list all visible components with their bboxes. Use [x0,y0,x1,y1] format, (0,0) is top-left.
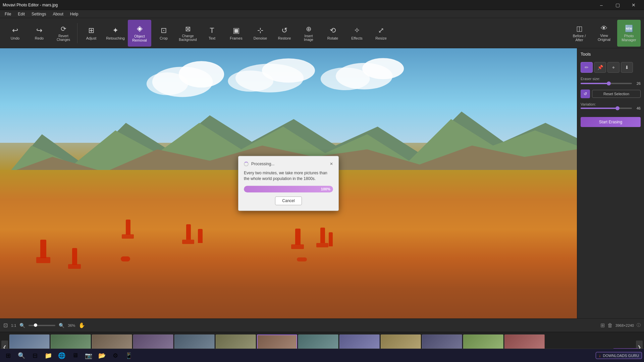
resize-icon: ⤢ [378,26,384,35]
nav-grid-icon[interactable]: ⊞ [600,322,605,328]
taskbar: ⊞ 🔍 ⊟ 📁 🌐 🖥 📷 📂 ⚙ 📱 ↓ DOWNLOADS GURU [0,349,644,362]
toolbar: ↩ Undo ↪ Redo ⟳ RevertChanges ⊞ Adjust ✦… [0,18,644,48]
effects-button[interactable]: ✧ Effects [345,20,369,47]
right-panel: Tools ✏ 📌 ⌖ ⬇ Eraser size: 26 ↺ Reset Se… [577,48,644,318]
menu-settings[interactable]: Settings [28,11,49,17]
eraser-size-section: Eraser size: 26 [581,77,641,85]
taskbar-settings-button[interactable]: ⚙ [109,350,121,362]
restore-button[interactable]: ↺ Restore [273,20,296,47]
progress-bar-container: 100% [244,186,333,192]
titlebar-controls: – ▢ ✕ [594,0,641,10]
separator-1 [77,23,77,43]
taskbar-search-button[interactable]: 🔍 [15,350,28,362]
taskbar-explorer-button[interactable]: 📁 [42,350,54,362]
dialog-close-button[interactable]: ✕ [330,162,333,166]
image-size: 3968×2240 [615,323,634,327]
red-figure-1 [40,240,46,258]
dialog-message: Every two minutes, we take more pictures… [244,170,333,182]
dialog-title-text: Processing... [251,162,274,166]
redo-button[interactable]: ↪ Redo [28,20,51,47]
variation-value: 46 [634,106,641,110]
dialog-cancel-button[interactable]: Cancel [275,196,302,205]
start-erasing-button[interactable]: Start Erasing [581,117,641,127]
variation-fill [581,108,618,109]
pin-tool-button[interactable]: 📌 [594,62,606,73]
taskbar-task-view-button[interactable]: ⊟ [29,350,41,362]
undo-button[interactable]: ↩ Undo [3,20,27,47]
eraser-size-thumb[interactable] [607,81,611,85]
panel-title: Tools [581,52,641,57]
lasso-tool-button[interactable]: ⌖ [607,62,620,73]
zoom-in-icon[interactable]: 🔍 [59,323,64,328]
reset-selection-row: ↺ Reset Selection [581,89,641,98]
status-nav: ⊞ 🗑 3968×2240 ⓘ [600,322,641,328]
taskbar-screen-button[interactable]: 🖥 [69,350,81,362]
menu-file[interactable]: File [1,11,14,17]
progress-bar-fill: 100% [244,186,333,192]
adjust-button[interactable]: ⊞ Adjust [79,20,103,47]
resize-button[interactable]: ⤢ Resize [369,20,393,47]
variation-track[interactable] [581,108,632,109]
dialog-title-bar: Processing... ✕ [244,162,333,166]
taskbar-start-button[interactable]: ⊞ [2,350,14,362]
retouching-button[interactable]: ✦ Retouching [104,20,127,47]
minimize-button[interactable]: – [594,0,609,10]
variation-section: Variation: 46 [581,102,641,110]
progress-text: 100% [321,187,330,191]
ads-text: DOWNLOADS GURU [603,354,639,358]
crop-button[interactable]: ⊡ Crop [152,20,175,47]
hand-tool-icon[interactable]: ✋ [78,322,85,328]
red-figure-6 [198,229,203,243]
processing-dialog: Processing... ✕ Every two minutes, we ta… [238,156,339,211]
object-removal-button[interactable]: ◈ ObjectRemoval [128,20,151,47]
before-after-button[interactable]: ◫ Before /After [568,20,591,47]
reset-selection-icon-button[interactable]: ↺ [581,89,590,98]
ratio-label: 1:1 [11,323,16,327]
maximize-button[interactable]: ▢ [610,0,625,10]
eraser-size-label: Eraser size: [581,77,641,81]
download-tool-button[interactable]: ⬇ [621,62,633,73]
delete-photo-icon[interactable]: 🗑 [607,322,613,328]
red-figure-9b [316,243,328,247]
taskbar-photos-button[interactable]: 📷 [83,350,95,362]
variation-label: Variation: [581,102,641,106]
menu-about[interactable]: About [49,11,66,17]
zoom-slider[interactable] [29,325,55,326]
retouching-icon: ✦ [112,26,118,35]
panel-tools-row: ✏ 📌 ⌖ ⬇ [581,62,641,73]
revert-changes-button[interactable]: ⟳ RevertChanges [52,20,75,47]
change-background-button[interactable]: ⊠ ChangeBackground [176,20,200,47]
revert-icon: ⟳ [61,25,66,33]
zoom-level: 36% [68,323,75,327]
insert-image-icon: ⊕ [306,25,312,33]
zoom-out-icon[interactable]: 🔍 [19,323,25,328]
variation-slider-row: 46 [581,106,641,110]
photo-background: Processing... ✕ Every two minutes, we ta… [0,48,577,318]
rotate-button[interactable]: ⟲ Rotate [321,20,344,47]
processing-spinner [244,162,249,166]
eraser-size-track[interactable] [581,83,632,84]
taskbar-mobile-button[interactable]: 📱 [123,350,135,362]
frames-button[interactable]: ▣ Frames [224,20,248,47]
taskbar-files-button[interactable]: 📂 [96,350,108,362]
text-button[interactable]: T Text [200,20,224,47]
reset-selection-button[interactable]: Reset Selection [592,90,641,98]
close-button[interactable]: ✕ [626,0,641,10]
denoise-button[interactable]: ⊹ Denoise [249,20,272,47]
pencil-tool-button[interactable]: ✏ [581,62,593,73]
view-original-button[interactable]: 👁 ViewOriginal [592,20,616,47]
taskbar-browser-button[interactable]: 🌐 [56,350,68,362]
red-figure-8 [297,257,307,261]
photo-manager-button[interactable]: 🆕 PhotoManager [617,20,641,47]
menu-help[interactable]: Help [67,11,82,17]
eraser-size-slider-row: 26 [581,81,641,85]
insert-image-button[interactable]: ⊕ InsertImage [297,20,320,47]
fit-icon-btn[interactable]: ⊡ [3,322,8,328]
frames-icon: ▣ [233,26,240,35]
variation-thumb[interactable] [615,106,620,110]
menu-edit[interactable]: Edit [14,11,28,17]
zoom-thumb[interactable] [34,323,37,327]
info-icon[interactable]: ⓘ [637,322,641,328]
canvas-area: Processing... ✕ Every two minutes, we ta… [0,48,577,318]
adjust-icon: ⊞ [88,26,94,35]
